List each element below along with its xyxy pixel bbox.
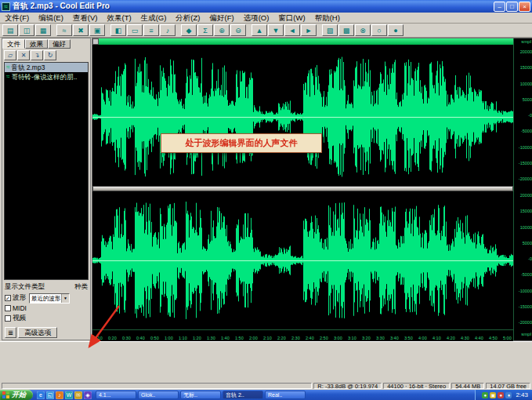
toolbar-button[interactable]: ○ (371, 24, 387, 36)
task-button[interactable]: Glok.. (138, 391, 179, 399)
menu-item[interactable]: 查看(V) (68, 13, 103, 24)
advanced-options-button[interactable]: 高级选项 (18, 327, 57, 338)
menu-item[interactable]: 窗口(W) (273, 13, 309, 24)
checkbox-waveform[interactable]: ✓ 波形 (5, 293, 27, 303)
tab-effects[interactable]: 效果 (25, 39, 48, 49)
toolbar-button[interactable]: ▤ (2, 24, 18, 36)
overview-navigator-bar[interactable] (92, 38, 513, 46)
ruler-label: 15000 (520, 209, 532, 213)
toolbar-button[interactable]: ◧ (110, 24, 126, 36)
tray-icon[interactable]: ▣ (490, 392, 496, 398)
left-channel[interactable] (92, 48, 513, 186)
menu-item[interactable]: 选项(O) (239, 13, 274, 24)
toolbar-button[interactable]: ⊖ (230, 24, 246, 36)
toolbar-button[interactable]: ♪ (160, 24, 176, 36)
timeline-label: 4:20 (447, 336, 455, 340)
toolbar-button[interactable]: ▦ (35, 24, 51, 36)
checkbox-icon (5, 305, 11, 311)
toolbar-button[interactable]: ▲ (252, 24, 267, 36)
tray-icon[interactable]: ● (498, 392, 504, 398)
channel-splitter[interactable] (92, 186, 513, 191)
task-button[interactable]: Real.. (265, 391, 306, 399)
tray-icon[interactable]: ● (482, 392, 488, 398)
toolbar-button[interactable]: ✖ (73, 24, 89, 36)
checkbox-midi[interactable]: MIDI (5, 304, 27, 312)
checkbox-video[interactable]: 视频 (5, 314, 27, 323)
timeline-label: 1:00 (165, 336, 173, 340)
tray-icon[interactable]: ♦ (505, 392, 512, 398)
amplitude-ruler[interactable]: smpl 2000015000100005000-0-5000-10000-15… (513, 38, 532, 340)
open-file-icon[interactable]: ▱ (4, 50, 16, 60)
toolbar-button[interactable]: ▼ (268, 24, 284, 36)
toolbar-button[interactable]: ● (388, 24, 404, 36)
organizer-menu-button[interactable]: ≣ (5, 327, 16, 338)
start-button[interactable]: 开始 (0, 390, 33, 400)
toolbar-button[interactable]: ≡ (143, 24, 159, 36)
toolbar-button[interactable]: ▭ (127, 24, 143, 36)
menu-item[interactable]: 效果(T) (102, 13, 136, 24)
toolbar-button[interactable] (247, 24, 251, 36)
refresh-icon[interactable]: ↻ (44, 50, 56, 60)
toolbar-button[interactable] (317, 24, 321, 36)
quick-launch-icon[interactable]: e (37, 391, 45, 399)
toolbar-button[interactable]: Σ (197, 24, 213, 36)
waveform-display[interactable] (92, 48, 513, 329)
quick-launch-icon[interactable]: ◈ (84, 391, 92, 399)
file-list-item[interactable]: ≈ 音轨 2.mp3 (5, 63, 88, 72)
task-button[interactable]: 无标.. (180, 391, 221, 399)
checkbox-label: 视频 (13, 314, 26, 323)
chevron-down-icon[interactable]: ▼ (61, 294, 69, 303)
tab-files[interactable]: 文件 (2, 39, 25, 49)
quick-launch-icon[interactable]: ✉ (74, 391, 82, 399)
toolbar-button[interactable]: ◆ (181, 24, 197, 36)
toolbar-button[interactable]: ▧ (322, 24, 338, 36)
waveform-left-channel[interactable] (92, 48, 513, 186)
menu-item[interactable]: 生成(G) (136, 13, 172, 24)
ruler-label: 20000 (520, 193, 532, 198)
toolbar: ▤◫▦≈✖▣◧▭≡♪◆Σ⊕⊖▲▼◄►▧▩⊗○● (0, 24, 532, 38)
toolbar-button[interactable]: ◄ (284, 24, 300, 36)
menu-item[interactable]: 偏好(F) (204, 13, 238, 24)
toolbar-button[interactable]: ≈ (56, 24, 72, 36)
toolbar-button[interactable] (176, 24, 180, 36)
timeline-label: 3:00 (334, 336, 342, 340)
timeline-label: 5:00 (503, 336, 512, 340)
timeline-label: 4:00 (418, 336, 427, 340)
toolbar-button[interactable]: ► (301, 24, 317, 36)
maximize-button[interactable]: □ (506, 2, 518, 12)
task-button[interactable]: 音轨 2.. (223, 391, 263, 399)
sort-dropdown[interactable]: 最近的波形 ▼ (29, 293, 70, 304)
close-file-icon[interactable]: ✕ (17, 50, 30, 60)
timeline-ruler[interactable]: 0:100:200:300:400:501:001:101:201:301:40… (92, 329, 513, 341)
menu-item[interactable]: 文件(F) (0, 13, 34, 24)
toolbar-button[interactable] (52, 24, 56, 36)
insert-file-icon[interactable]: ↴ (31, 50, 43, 60)
menu-item[interactable]: 分析(Z) (171, 13, 204, 24)
right-channel[interactable] (92, 191, 513, 329)
toolbar-button[interactable]: ▣ (89, 24, 105, 36)
close-button[interactable]: × (519, 2, 530, 12)
file-name: 哥特铃-像说这样的朋.. (11, 72, 77, 82)
task-button[interactable]: 4.1... (96, 391, 136, 399)
overview-handle[interactable] (92, 38, 99, 45)
waveform-right-channel[interactable] (92, 191, 513, 329)
ruler-label: 15000 (520, 65, 532, 70)
ruler-label: 5000 (523, 241, 532, 245)
file-name: 音轨 2.mp3 (11, 63, 45, 72)
toolbar-button[interactable]: ◫ (19, 24, 34, 36)
menu-item[interactable]: 编辑(E) (34, 13, 68, 24)
quick-launch-icon[interactable]: W (65, 391, 73, 399)
quick-launch-icon[interactable]: ◱ (46, 391, 54, 399)
toolbar-button[interactable]: ⊕ (214, 24, 230, 36)
toolbar-button[interactable]: ▩ (338, 24, 354, 36)
file-list-item[interactable]: ≈ 哥特铃-像说这样的朋.. (5, 72, 88, 82)
toolbar-button[interactable] (106, 24, 110, 36)
menu-item[interactable]: 帮助(H) (310, 13, 345, 24)
status-level: R: -33.8dB @ 0:19.974 (313, 383, 382, 389)
toolbar-button[interactable]: ⊗ (355, 24, 371, 36)
tab-favorites[interactable]: 偏好 (48, 39, 71, 49)
quick-launch-icon[interactable]: ♪ (56, 391, 63, 399)
timeline-label: 1:20 (193, 336, 201, 340)
minimize-button[interactable]: – (494, 2, 505, 12)
ruler-label: -0 (528, 113, 532, 118)
